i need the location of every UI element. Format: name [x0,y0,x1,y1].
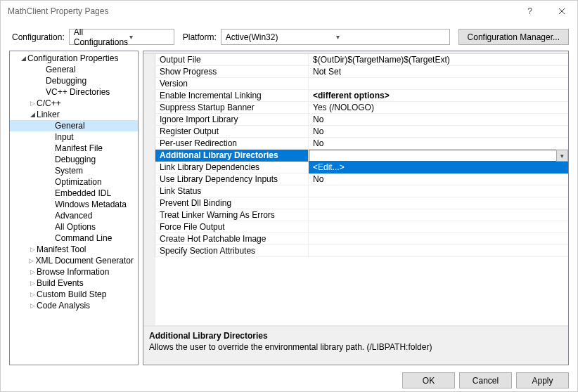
tree-item-label: Build Events [37,278,84,288]
tree-item[interactable]: Debugging [10,75,138,86]
property-value[interactable]: $(OutDir)$(TargetName)$(TargetExt) [309,54,568,66]
property-row[interactable]: Use Library Dependency InputsNo [143,174,568,185]
tree-item-label: Configuration Properties [27,53,118,63]
property-name: Show Progress [155,66,309,78]
tree-item[interactable]: Command Line [10,233,138,244]
tree-item[interactable]: ▷Browse Information [10,266,138,277]
tree-arrow-collapsed-icon[interactable]: ▷ [28,291,37,298]
property-row-gutter [143,221,155,233]
property-row[interactable]: Ignore Import LibraryNo [143,114,568,126]
property-row-gutter [143,66,155,78]
property-row[interactable]: Suppress Startup BannerYes (/NOLOGO) [143,102,568,114]
property-grid-pane: Output File$(OutDir)$(TargetName)$(Targe… [143,51,569,365]
property-name: Force File Output [155,221,309,233]
property-row-gutter [143,114,155,126]
tree-item[interactable]: ▷Custom Build Step [10,289,138,300]
property-row-gutter [143,162,155,174]
platform-combo[interactable]: Active(Win32) ▾ [221,29,450,45]
property-name: Additional Library Directories [155,150,309,162]
ok-button[interactable]: OK [402,372,455,388]
tree-item[interactable]: General [10,64,138,75]
cancel-button[interactable]: Cancel [459,372,512,388]
property-name: Use Library Dependency Inputs [155,174,309,185]
tree-item[interactable]: Manifest File [10,143,138,154]
property-value[interactable] [309,185,568,197]
description-title: Additional Library Directories [149,331,561,341]
configuration-combo[interactable]: All Configurations ▾ [69,29,174,45]
tree-item-label: Advanced [55,211,92,221]
tree-item[interactable]: ▷Code Analysis [10,300,138,311]
tree-item[interactable]: All Options [10,221,138,233]
property-value[interactable] [309,221,568,233]
tree-item[interactable]: ▷Build Events [10,277,138,289]
tree-arrow-expanded-icon[interactable]: ◢ [28,111,37,118]
property-value[interactable] [309,209,568,221]
property-row[interactable]: Link Library Dependencies<Edit...> [143,162,568,174]
tree-arrow-collapsed-icon[interactable]: ▷ [27,257,35,264]
tree-arrow-collapsed-icon[interactable]: ▷ [28,246,37,253]
tree-item[interactable]: General [10,120,138,131]
property-value[interactable]: Yes (/NOLOGO) [309,102,568,114]
apply-button[interactable]: Apply [516,372,569,388]
tree-arrow-collapsed-icon[interactable]: ▷ [28,302,37,309]
property-row[interactable]: Enable Incremental Linking<different opt… [143,90,568,102]
configuration-manager-button[interactable]: Configuration Manager... [458,29,569,45]
property-row[interactable]: Output File$(OutDir)$(TargetName)$(Targe… [143,54,568,66]
property-row[interactable]: Register OutputNo [143,126,568,138]
tree-item-label: VC++ Directories [46,87,110,97]
tree-item[interactable]: ◢Configuration Properties [10,53,138,64]
property-value[interactable] [309,197,568,209]
property-value[interactable] [309,78,568,90]
property-row[interactable]: Treat Linker Warning As Errors [143,209,568,221]
property-value[interactable]: No [309,114,568,126]
tree-arrow-collapsed-icon[interactable]: ▷ [28,280,37,287]
property-row[interactable]: Prevent Dll Binding [143,197,568,209]
tree-item[interactable]: Advanced [10,210,138,221]
property-name: Suppress Startup Banner [155,102,309,114]
help-button[interactable]: ? [514,1,546,22]
tree-arrow-collapsed-icon[interactable]: ▷ [28,100,37,107]
property-row[interactable]: Link Status [143,185,568,197]
tree-item[interactable]: ◢Linker [10,109,138,120]
tree-item[interactable]: System [10,165,138,176]
tree-arrow-expanded-icon[interactable]: ◢ [19,55,27,62]
property-row[interactable]: Specify Section Attributes [143,245,568,257]
tree-item[interactable]: Embedded IDL [10,188,138,199]
property-row[interactable]: Create Hot Patchable Image [143,233,568,245]
chevron-down-icon: ▾ [128,33,171,41]
property-value[interactable]: Not Set [309,66,568,78]
property-grid[interactable]: Output File$(OutDir)$(TargetName)$(Targe… [143,54,568,325]
property-row[interactable]: Version [143,78,568,90]
property-value[interactable]: <different options> [309,90,568,102]
property-value[interactable] [309,150,556,162]
property-row[interactable]: Additional Library Directories▾ [143,150,568,162]
tree-item-label: XML Document Generator [35,256,134,266]
tree-item-label: Debugging [55,155,96,164]
tree-item[interactable]: Input [10,131,138,143]
property-value[interactable]: No [309,126,568,138]
tree-item[interactable]: ▷Manifest Tool [10,244,138,255]
property-value[interactable]: No [309,138,568,150]
dialog-footer: OK Cancel Apply [1,365,577,392]
tree-item[interactable]: Debugging [10,154,138,165]
property-row[interactable]: Force File Output [143,221,568,233]
tree-item[interactable]: ▷XML Document Generator [10,255,138,266]
property-name: Treat Linker Warning As Errors [155,209,309,221]
property-value[interactable]: No [309,174,568,185]
property-name: Ignore Import Library [155,114,309,126]
tree-item[interactable]: Windows Metadata [10,199,138,210]
chevron-down-icon: ▾ [335,33,447,41]
property-value[interactable] [309,233,568,245]
close-button[interactable] [546,1,577,22]
tree-item[interactable]: ▷C/C++ [10,98,138,109]
tree-item-label: Custom Build Step [37,289,106,299]
property-value[interactable] [309,245,568,257]
property-dropdown-button[interactable]: ▾ [556,150,568,162]
property-row[interactable]: Show ProgressNot Set [143,66,568,78]
property-row[interactable]: Per-user RedirectionNo [143,138,568,150]
property-tree[interactable]: ◢Configuration PropertiesGeneralDebuggin… [9,51,139,365]
tree-item[interactable]: Optimization [10,176,138,188]
property-value[interactable]: <Edit...> [309,162,568,174]
tree-arrow-collapsed-icon[interactable]: ▷ [28,268,37,275]
tree-item[interactable]: VC++ Directories [10,86,138,98]
